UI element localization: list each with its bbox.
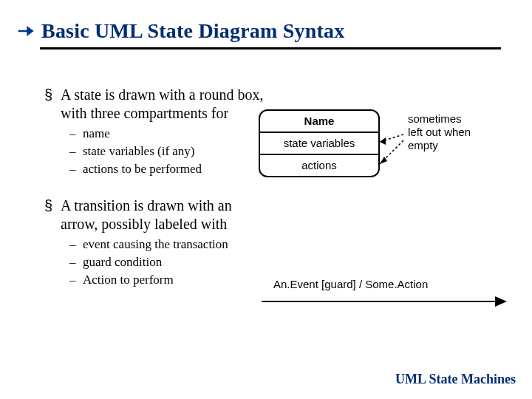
dash-marker-icon: –	[69, 126, 83, 142]
svg-marker-3	[380, 157, 387, 164]
bullet-marker-icon: §	[44, 197, 61, 215]
svg-marker-5	[495, 296, 507, 307]
bullet-level2: – guard condition	[69, 254, 266, 270]
bullet-level2: – event causing the transaction	[69, 236, 266, 253]
bullet-text: A state is drawn with a round box, with …	[61, 86, 266, 123]
bullet-text: Action to perform	[83, 272, 174, 288]
bullet-level2: – state variables (if any)	[69, 143, 266, 160]
bullet-level1: § A state is drawn with a round box, wit…	[44, 86, 266, 123]
bullet-text: name	[83, 126, 110, 142]
arrow-right-icon	[15, 21, 35, 41]
dash-marker-icon: –	[69, 254, 83, 270]
dash-marker-icon: –	[69, 143, 83, 160]
bullet-text: actions to be performed	[83, 161, 202, 177]
bullet-level1: § A transition is drawn with an arrow, p…	[44, 197, 266, 233]
bullet-text: A transition is drawn with an arrow, pos…	[61, 197, 266, 233]
transition-diagram: An.Event [guard] / Some.Action	[260, 278, 508, 322]
bullet-level2: – actions to be performed	[69, 161, 266, 177]
bullet-marker-icon: §	[44, 86, 61, 104]
transition-label: An.Event [guard] / Some.Action	[273, 278, 428, 290]
slide-title: Basic UML State Diagram Syntax	[41, 19, 344, 43]
bullet-text: event causing the transaction	[83, 236, 228, 253]
title-underline	[40, 47, 501, 50]
body-text: § A state is drawn with a round box, wit…	[44, 74, 266, 290]
dash-marker-icon: –	[69, 161, 83, 177]
bullet-level2: – name	[69, 126, 266, 142]
dash-marker-icon: –	[69, 236, 83, 253]
bullet-level2: – Action to perform	[69, 272, 266, 288]
footer-text: UML State Machines	[395, 372, 516, 387]
title-row: Basic UML State Diagram Syntax	[15, 19, 510, 43]
bullet-text: state variables (if any)	[83, 143, 195, 160]
annotation-arrows	[259, 102, 517, 205]
dash-marker-icon: –	[69, 272, 83, 288]
state-box-diagram: Name state variables actions sometimes l…	[259, 102, 517, 205]
bullet-text: guard condition	[83, 254, 162, 270]
transition-arrow-icon	[260, 293, 508, 315]
